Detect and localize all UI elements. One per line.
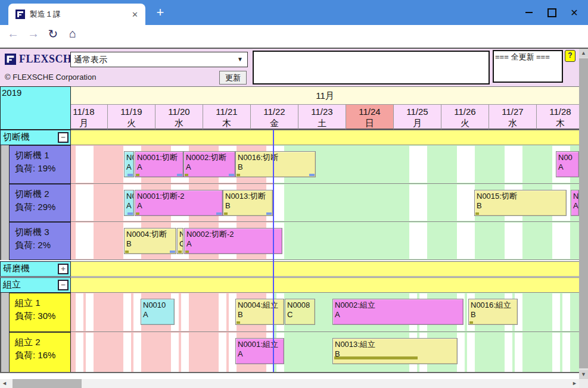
horizontal-scrollbar[interactable]: ◄ ► [0, 379, 579, 388]
view-mode-select[interactable]: 通常表示 ▼ [70, 52, 248, 67]
home-icon[interactable]: ⌂ [66, 27, 80, 40]
tab-close-icon[interactable]: ✕ [129, 9, 141, 20]
bar-label-2: C [179, 239, 182, 249]
vertical-scroll-thumb[interactable] [579, 58, 588, 368]
flexsche-logo-icon [5, 54, 16, 65]
chevron-down-icon: ▼ [237, 52, 243, 67]
now-line [273, 130, 274, 373]
update-list-panel[interactable]: === 全更新 === [493, 50, 563, 83]
bar-label-2: A [558, 162, 578, 172]
bar-label-1: N [179, 230, 182, 239]
maximize-button[interactable] [540, 0, 563, 25]
worktime-block [552, 223, 570, 259]
resource-load: 負荷: 29% [15, 201, 70, 214]
gantt-bar[interactable]: N0002:切断A [183, 151, 235, 177]
bar-link-tick [127, 174, 133, 176]
gantt-track: N0AN0001:切断-2AN0013:切断BN0015:切断BNA [71, 184, 579, 222]
close-icon: ✕ [570, 7, 578, 18]
bar-anchor-tick [136, 174, 139, 176]
gantt-bar[interactable]: N0004:切断B [124, 228, 176, 254]
close-button[interactable]: ✕ [563, 0, 586, 25]
gantt-bar[interactable]: N0001:切断-2A [135, 190, 223, 216]
resource-load: 負荷: 16% [15, 349, 70, 362]
worktime-block [409, 223, 427, 259]
bar-anchor-tick [237, 174, 240, 176]
full-update-option[interactable]: === 全更新 === [495, 52, 550, 61]
worktime-block [562, 293, 570, 331]
scrollbar-corner [579, 379, 588, 388]
expand-button[interactable]: + [58, 264, 69, 274]
bar-anchor-tick [136, 212, 139, 215]
group-band [71, 261, 579, 277]
worktime-block [409, 184, 427, 221]
new-tab-button[interactable]: + [153, 5, 168, 20]
bar-label-2: B [471, 310, 517, 320]
worktime-block [76, 293, 83, 331]
bar-anchor-tick [185, 174, 188, 176]
worktime-block [123, 333, 131, 372]
day-dow: 火 [108, 117, 155, 129]
gantt-bar[interactable]: N0008C [285, 299, 315, 325]
bar-label-1: N0013:切断 [225, 192, 272, 201]
gantt-track: N0001:組立AN0013:組立B [71, 332, 579, 373]
worktime-block [457, 184, 475, 221]
scroll-left-icon[interactable]: ◄ [0, 379, 9, 388]
bar-label-1: N0004:切断 [126, 230, 175, 239]
indent-strip [0, 293, 9, 332]
worktime-block [86, 333, 94, 372]
gantt-bar[interactable]: N0A [124, 190, 134, 216]
gantt-bar[interactable]: N0016:組立B [468, 299, 518, 325]
bar-label-2: B [238, 310, 283, 320]
gantt-bar[interactable]: N0004:組立B [235, 299, 284, 325]
worktime-block [76, 146, 94, 183]
indent-strip [0, 145, 9, 184]
collapse-button[interactable]: − [58, 280, 69, 290]
day-header: 11/24日 [346, 105, 393, 130]
gantt-bar[interactable]: N0002:切断-2A [184, 228, 282, 254]
bar-anchor-tick [469, 321, 473, 324]
help-button[interactable]: ? [565, 50, 575, 62]
minimize-button[interactable] [518, 0, 540, 25]
scroll-down-icon[interactable]: ▼ [579, 370, 588, 379]
day-date: 11/23 [298, 106, 346, 117]
gantt-bottom-border [0, 372, 579, 373]
worktime-block [219, 333, 226, 372]
gantt-bar[interactable]: NC [177, 228, 183, 254]
gantt-bar[interactable]: N0001:組立A [235, 338, 284, 364]
message-panel[interactable] [253, 51, 490, 85]
collapse-button[interactable]: − [58, 132, 69, 143]
gantt-bar[interactable]: N0013:切断B [223, 190, 273, 216]
indent-strip [0, 222, 9, 260]
scroll-up-icon[interactable]: ▲ [579, 49, 588, 58]
bar-anchor-tick [224, 212, 228, 215]
scroll-right-icon[interactable]: ► [570, 379, 579, 388]
bar-label-1: N0002:切断-2 [186, 230, 281, 239]
gantt-bar[interactable]: N0015:切断B [474, 190, 567, 216]
bar-label-2: B [126, 239, 175, 249]
bar-link-tick [229, 174, 234, 176]
resource-label: 切断機 2負荷: 29% [9, 184, 71, 222]
update-button[interactable]: 更新 [219, 71, 247, 85]
bar-label-2: A [186, 239, 281, 249]
worktime-block [562, 333, 570, 372]
gantt-bar[interactable]: N0002:組立A [332, 299, 463, 325]
horizontal-scroll-thumb[interactable] [13, 379, 82, 388]
gantt-bar[interactable]: N0016:切断B [235, 151, 316, 177]
day-dow: 金 [251, 117, 298, 129]
gantt-bar[interactable]: NA [571, 190, 579, 216]
day-dow: 月 [394, 117, 441, 129]
gantt-bar[interactable]: N0A [124, 151, 134, 177]
forward-icon[interactable]: → [26, 27, 41, 40]
back-icon[interactable]: ← [6, 27, 20, 40]
gantt-bar[interactable]: N00A [556, 151, 579, 177]
worktime-block [515, 333, 522, 372]
reload-icon[interactable]: ↻ [46, 27, 60, 41]
worktime-block [457, 333, 465, 372]
gantt-bar[interactable]: N0010A [141, 299, 175, 325]
bar-label-1: N0002:組立 [335, 301, 462, 310]
gantt-bar[interactable]: N0013:組立B [332, 338, 458, 364]
vertical-scrollbar[interactable]: ▲ ▼ [579, 49, 588, 379]
gantt-bar[interactable]: N0001:切断A [135, 151, 183, 177]
resource-load: 負荷: 2% [15, 239, 70, 252]
browser-tab[interactable]: 製造１課 ✕ [8, 4, 145, 25]
